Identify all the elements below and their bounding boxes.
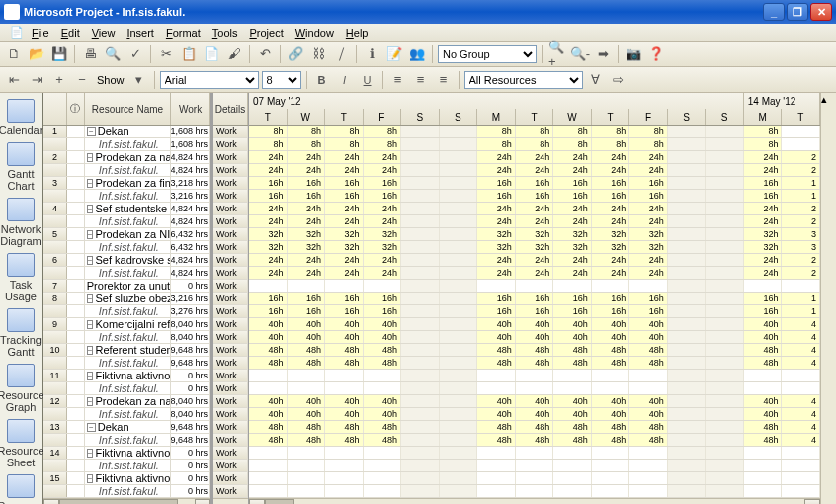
work-cell[interactable]: 9,648 hrs xyxy=(171,357,210,369)
indent-button[interactable]: ⇥ xyxy=(27,70,46,90)
time-cell[interactable] xyxy=(706,434,744,446)
font-select[interactable]: Arial xyxy=(160,71,259,89)
menu-edit[interactable]: Edit xyxy=(55,27,86,39)
task-notes-button[interactable]: 📝 xyxy=(384,44,404,64)
info-cell[interactable] xyxy=(67,126,85,137)
time-cell[interactable]: 3 xyxy=(782,241,820,253)
work-cell[interactable]: 3,218 hrs xyxy=(171,177,210,189)
time-cell[interactable]: 40h xyxy=(592,395,630,407)
group-by-select[interactable]: No Group xyxy=(438,45,537,63)
row-number[interactable]: 7 xyxy=(43,280,67,292)
day-header[interactable]: F xyxy=(364,109,402,125)
resource-name-cell[interactable]: Inf.sist.fakul. xyxy=(85,331,171,343)
time-cell[interactable] xyxy=(401,241,440,253)
time-cell[interactable]: 48h xyxy=(249,434,288,446)
time-row[interactable]: 24h24h24h24h24h24h24h24h24h24h2 xyxy=(249,203,820,215)
time-cell[interactable] xyxy=(629,460,668,471)
time-cell[interactable]: 24h xyxy=(249,151,288,163)
time-cell[interactable] xyxy=(440,126,478,137)
time-cell[interactable]: 16h xyxy=(744,190,783,202)
week-header[interactable]: 14 May '12 xyxy=(744,93,820,109)
day-header[interactable]: T xyxy=(516,109,554,125)
time-row[interactable]: 48h48h48h48h48h48h48h48h48h48h4 xyxy=(249,344,820,357)
resource-name-cell[interactable]: Inf.sist.fakul. xyxy=(85,305,171,317)
time-cell[interactable]: 24h xyxy=(744,203,783,214)
scroll-right-arrow[interactable]: ▸ xyxy=(804,499,820,504)
show-dropdown-button[interactable]: ▾ xyxy=(129,70,149,90)
time-cell[interactable] xyxy=(516,460,554,471)
time-cell[interactable] xyxy=(288,485,326,497)
row-number[interactable]: 15 xyxy=(43,472,67,484)
work-cell[interactable]: 4,824 hrs xyxy=(171,203,210,214)
time-cell[interactable]: 4 xyxy=(782,395,820,407)
time-cell[interactable]: 16h xyxy=(516,190,554,202)
time-cell[interactable]: 32h xyxy=(744,241,783,253)
time-cell[interactable] xyxy=(553,485,592,497)
time-row[interactable]: 24h24h24h24h24h24h24h24h24h24h2 xyxy=(249,215,820,228)
time-cell[interactable]: 16h xyxy=(288,177,326,189)
time-cell[interactable] xyxy=(668,280,707,292)
collapse-icon[interactable]: − xyxy=(87,127,96,136)
time-cell[interactable]: 48h xyxy=(325,421,364,433)
work-cell[interactable]: 3,216 hrs xyxy=(171,293,210,304)
font-size-select[interactable]: 8 xyxy=(262,71,301,89)
time-cell[interactable] xyxy=(668,434,707,446)
time-cell[interactable]: 24h xyxy=(288,215,326,227)
row-number[interactable] xyxy=(43,215,67,227)
time-cell[interactable] xyxy=(440,434,478,446)
table-row[interactable]: 6−Sef kadrovske sluzbe4,824 hrs xyxy=(43,254,210,267)
time-cell[interactable] xyxy=(668,126,707,137)
time-cell[interactable]: 2 xyxy=(782,151,820,163)
info-cell[interactable] xyxy=(67,151,85,163)
day-header[interactable]: T xyxy=(249,109,288,125)
collapse-icon[interactable]: − xyxy=(87,256,94,265)
work-cell[interactable]: 9,648 hrs xyxy=(171,434,210,446)
time-cell[interactable]: 32h xyxy=(629,241,668,253)
time-cell[interactable]: 8h xyxy=(288,138,326,150)
time-cell[interactable]: 48h xyxy=(249,421,288,433)
time-cell[interactable]: 48h xyxy=(325,434,364,446)
time-cell[interactable]: 8h xyxy=(553,138,592,150)
task-info-button[interactable]: ℹ xyxy=(362,44,381,64)
time-cell[interactable]: 4 xyxy=(782,421,820,433)
time-cell[interactable] xyxy=(706,318,744,330)
time-cell[interactable]: 24h xyxy=(477,164,516,176)
time-row[interactable]: 24h24h24h24h24h24h24h24h24h24h2 xyxy=(249,267,820,280)
collapse-icon[interactable]: − xyxy=(87,372,94,380)
time-cell[interactable] xyxy=(592,472,630,484)
time-cell[interactable] xyxy=(325,447,364,459)
table-row[interactable]: Inf.sist.fakul.8,040 hrs xyxy=(43,331,210,344)
time-cell[interactable] xyxy=(744,460,783,471)
time-cell[interactable] xyxy=(249,280,288,292)
time-cell[interactable] xyxy=(629,280,668,292)
time-cell[interactable]: 48h xyxy=(592,421,630,433)
table-row[interactable]: Inf.sist.fakul.6,432 hrs xyxy=(43,241,210,254)
work-cell[interactable]: 0 hrs xyxy=(171,447,210,459)
time-cell[interactable]: 4 xyxy=(782,434,820,446)
time-cell[interactable]: 2 xyxy=(782,215,820,227)
time-cell[interactable] xyxy=(668,215,707,227)
time-cell[interactable]: 48h xyxy=(553,434,592,446)
resource-name-cell[interactable]: Inf.sist.fakul. xyxy=(85,408,171,420)
row-number[interactable] xyxy=(43,138,67,150)
time-cell[interactable]: 40h xyxy=(249,395,288,407)
info-cell[interactable] xyxy=(67,164,85,176)
time-cell[interactable]: 24h xyxy=(288,267,326,279)
time-cell[interactable] xyxy=(401,370,440,381)
info-cell[interactable] xyxy=(67,318,85,330)
row-number[interactable] xyxy=(43,331,67,343)
office-assistant-button[interactable]: ❓ xyxy=(646,44,666,64)
spelling-button[interactable]: ✓ xyxy=(125,44,145,64)
time-row[interactable]: 48h48h48h48h48h48h48h48h48h48h4 xyxy=(249,434,820,447)
time-cell[interactable]: 16h xyxy=(516,305,554,317)
time-cell[interactable]: 8h xyxy=(325,126,364,137)
right-hscroll[interactable]: ◂ ▸ xyxy=(249,498,820,504)
time-cell[interactable] xyxy=(706,421,744,433)
day-header[interactable]: S xyxy=(668,109,707,125)
time-cell[interactable]: 48h xyxy=(516,357,554,369)
collapse-icon[interactable]: − xyxy=(87,205,94,213)
time-cell[interactable]: 24h xyxy=(744,254,783,266)
collapse-icon[interactable]: − xyxy=(87,346,94,355)
info-cell[interactable] xyxy=(67,382,85,394)
time-cell[interactable] xyxy=(516,370,554,381)
